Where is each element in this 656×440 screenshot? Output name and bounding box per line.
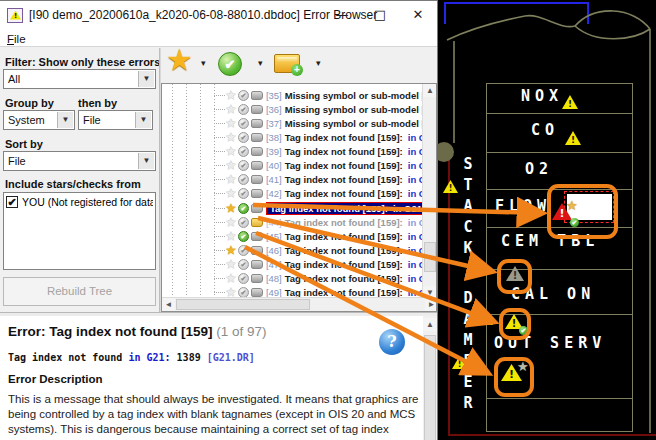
hmi-blue-highlight-rect: [444, 2, 589, 24]
book-icon[interactable]: [251, 260, 263, 269]
check-icon[interactable]: ✔: [238, 259, 249, 270]
help-icon[interactable]: ?: [379, 329, 405, 355]
group-by-select[interactable]: System ▼: [3, 110, 75, 130]
chevron-down-icon[interactable]: ▼: [138, 71, 154, 87]
star-icon[interactable]: ★: [226, 146, 236, 157]
chevron-down-icon[interactable]: ▼: [57, 112, 73, 128]
tree-row[interactable]: ★✔[36]Missing symbol or sub-model [099]:…: [214, 102, 437, 116]
tree-row[interactable]: ★✔[44]Tag index not found [159]:in G21: [214, 215, 437, 229]
error-tree[interactable]: ★✔[35]Missing symbol or sub-model [099]:…: [161, 83, 437, 312]
check-icon[interactable]: ✔: [238, 90, 249, 101]
scroll-up-icon[interactable]: ▲: [423, 84, 437, 97]
hmi-row-co: CO: [487, 114, 632, 153]
star-icon[interactable]: ★: [226, 245, 236, 256]
list-item[interactable]: YOU (Not registered for data sha: [4, 193, 155, 211]
tree-row[interactable]: ★✔[39]Tag index not found [159]:in G21: [214, 144, 437, 158]
book-icon[interactable]: [251, 274, 263, 283]
tree-row[interactable]: ★✔[37]Missing symbol or sub-model [099]:…: [214, 116, 437, 130]
checkbox[interactable]: [6, 196, 18, 208]
book-icon[interactable]: [251, 119, 263, 128]
annotation-circle-4: [494, 357, 534, 397]
rebuild-tree-button[interactable]: Rebuild Tree: [3, 277, 156, 306]
book-icon[interactable]: [251, 175, 263, 184]
chevron-down-icon[interactable]: ▼: [138, 153, 154, 169]
check-icon[interactable]: ✔: [238, 217, 249, 228]
plus-badge-icon: +: [291, 64, 303, 76]
hmi-row-empty: [487, 399, 632, 432]
star-icon[interactable]: ★: [226, 160, 236, 171]
star-icon[interactable]: ★: [226, 217, 236, 228]
error-description-label: Error Description: [8, 373, 437, 385]
star-icon[interactable]: ★: [226, 231, 236, 242]
tree-row[interactable]: ★✔[41]Tag index not found [159]:in G21: [214, 172, 437, 186]
check-icon[interactable]: ✔: [238, 231, 249, 242]
scrollbar-thumb[interactable]: [176, 299, 310, 310]
tree-row[interactable]: ★✔[45]Tag index not found [159]:in G21: [214, 229, 437, 243]
star-flag-button[interactable]: ★: [166, 42, 193, 77]
star-dropdown-arrow[interactable]: ▾: [201, 58, 206, 68]
book-icon[interactable]: [251, 105, 263, 114]
add-book-button[interactable]: +: [274, 54, 300, 73]
scroll-left-icon[interactable]: ◄: [162, 298, 175, 311]
tree-row[interactable]: ★✔[40]Tag index not found [159]:in G21: [214, 158, 437, 172]
filter-select[interactable]: All ▼: [3, 69, 156, 89]
include-list[interactable]: YOU (Not registered for data sha: [3, 192, 156, 270]
check-icon[interactable]: ✔: [238, 104, 249, 115]
tree-row-selected[interactable]: ★✔[43]Tag index not found [159]:in G21: [214, 201, 437, 215]
menu-file[interactable]: File: [0, 32, 33, 46]
then-by-select[interactable]: File ▼: [78, 110, 153, 130]
chevron-down-icon[interactable]: ▼: [135, 112, 151, 128]
tree-horizontal-scrollbar[interactable]: ◄ ►: [162, 297, 437, 311]
check-dropdown-arrow[interactable]: ▾: [258, 58, 263, 68]
check-icon[interactable]: ✔: [238, 203, 249, 214]
star-icon[interactable]: ★: [226, 203, 236, 214]
book-icon[interactable]: [251, 246, 263, 255]
detail-vertical-scrollbar[interactable]: ▲: [423, 316, 437, 440]
book-icon[interactable]: [251, 232, 263, 241]
check-icon[interactable]: ✔: [238, 273, 249, 284]
maximize-button[interactable]: □: [361, 1, 399, 29]
star-icon[interactable]: ★: [226, 132, 236, 143]
star-icon[interactable]: ★: [226, 90, 236, 101]
star-icon[interactable]: ★: [226, 104, 236, 115]
book-icon[interactable]: [251, 133, 263, 142]
check-icon[interactable]: ✔: [238, 160, 249, 171]
star-icon[interactable]: ★: [226, 273, 236, 284]
book-icon[interactable]: [251, 91, 263, 100]
book-icon[interactable]: [251, 218, 263, 227]
sort-by-select[interactable]: File ▼: [3, 151, 156, 171]
tree-row[interactable]: ★✔[35]Missing symbol or sub-model [099]:…: [214, 88, 437, 102]
check-icon[interactable]: ✔: [238, 132, 249, 143]
book-icon[interactable]: [251, 189, 263, 198]
tree-row[interactable]: ★✔[48]Tag index not found [159]:in G21: [214, 271, 437, 285]
star-icon[interactable]: ★: [226, 174, 236, 185]
scrollbar-thumb[interactable]: [424, 335, 436, 440]
books-dropdown-arrow[interactable]: ▾: [316, 58, 321, 68]
check-icon[interactable]: ✔: [238, 146, 249, 157]
check-icon[interactable]: ✔: [238, 188, 249, 199]
check-icon[interactable]: ✔: [238, 174, 249, 185]
scrollbar-thumb[interactable]: [424, 242, 436, 272]
star-icon[interactable]: ★: [226, 118, 236, 129]
error-reference-link[interactable]: [G21.DR]: [207, 352, 255, 363]
annotation-circle-1: [547, 184, 618, 239]
tree-row[interactable]: ★✔[47]Tag index not found [159]:in G21(1: [214, 257, 437, 271]
tree-row[interactable]: ★✔[46]Tag index not found [159]:in G21: [214, 243, 437, 257]
check-icon[interactable]: ✔: [238, 118, 249, 129]
star-icon[interactable]: ★: [226, 259, 236, 270]
title-bar[interactable]: ! [I90 demo_20200610a_k2020-06-08-88010.…: [0, 1, 437, 29]
screen: STACK DAMPER NOX CO O2 FLOW CEM TBL CAL …: [0, 0, 656, 440]
close-button[interactable]: ✕: [399, 1, 437, 29]
check-button[interactable]: ✔: [218, 52, 242, 76]
check-icon[interactable]: ✔: [238, 245, 249, 256]
scroll-up-icon[interactable]: ▲: [423, 318, 437, 331]
tree-vertical-scrollbar[interactable]: ▲ ▼: [422, 84, 436, 299]
book-icon[interactable]: [251, 204, 263, 213]
tree-row[interactable]: ★✔[42]Tag index not found [159]:in G21: [214, 186, 437, 200]
star-icon[interactable]: ★: [226, 188, 236, 199]
tree-row[interactable]: ★✔[38]Tag index not found [159]:in G21: [214, 130, 437, 144]
book-icon[interactable]: [251, 147, 263, 156]
scroll-right-icon[interactable]: ►: [425, 298, 437, 311]
book-icon[interactable]: [251, 161, 263, 170]
minimize-button[interactable]: —: [323, 1, 361, 29]
